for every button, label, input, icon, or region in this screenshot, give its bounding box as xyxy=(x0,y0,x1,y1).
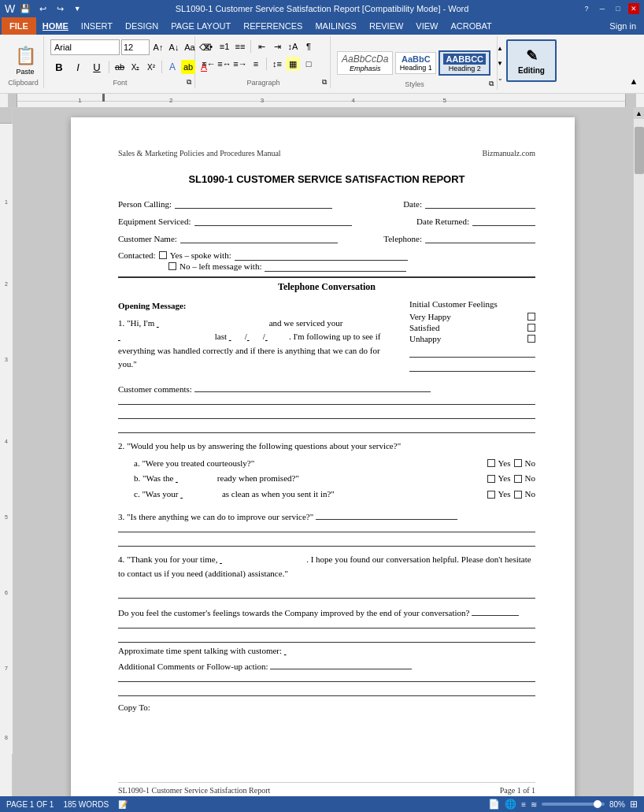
multilevel-btn[interactable]: ≡≡ xyxy=(233,39,247,54)
font-expand-btn[interactable]: ⧉ xyxy=(187,78,191,87)
satisfied-checkbox[interactable] xyxy=(527,324,535,332)
review-tab[interactable]: REVIEW xyxy=(363,17,409,35)
minimize-btn[interactable]: ─ xyxy=(597,3,608,14)
strikethrough-btn[interactable]: ab xyxy=(113,60,127,74)
sub-question-b: b. "Was the ready when promised?" Yes No xyxy=(134,472,535,486)
subscript-btn[interactable]: X₂ xyxy=(128,60,142,74)
q3-line xyxy=(316,509,457,520)
font-name-input[interactable] xyxy=(50,39,120,55)
home-tab[interactable]: HOME xyxy=(36,17,75,35)
sign-in[interactable]: Sign in xyxy=(603,17,642,35)
editing-btn[interactable]: ✎ Editing xyxy=(506,39,557,82)
approximate-time-section: Approximate time spent talking with cust… xyxy=(118,646,535,655)
view-web-btn[interactable]: 🌐 xyxy=(505,799,516,810)
paste-button[interactable]: 📋 Paste xyxy=(8,38,43,83)
quick-save[interactable]: 💾 xyxy=(18,2,32,16)
no-a-checkbox[interactable] xyxy=(514,459,522,467)
references-tab[interactable]: REFERENCES xyxy=(237,17,309,35)
scrollbar-right[interactable]: ▲ ▼ xyxy=(633,108,644,812)
zoom-thumb[interactable] xyxy=(594,800,601,808)
superscript-btn[interactable]: X² xyxy=(144,60,158,74)
font-size-input[interactable] xyxy=(121,39,150,55)
sort-btn[interactable]: ↕A xyxy=(286,39,300,54)
doc-page[interactable]: Sales & Marketing Policies and Procedure… xyxy=(71,117,575,810)
line-spacing-btn[interactable]: ↕≡ xyxy=(270,57,284,71)
quick-undo[interactable]: ↩ xyxy=(35,2,50,16)
text-effects-btn[interactable]: A xyxy=(165,60,180,74)
no-c-checkbox[interactable] xyxy=(514,491,522,499)
bullets-btn[interactable]: ≡• xyxy=(202,39,216,54)
align-center-btn[interactable]: ≡↔ xyxy=(217,57,231,71)
shading-btn[interactable]: ▦ xyxy=(286,57,300,71)
borders-btn[interactable]: □ xyxy=(302,57,316,71)
file-menu[interactable]: FILE xyxy=(2,17,36,35)
italic-btn[interactable]: I xyxy=(69,58,87,76)
no-b-checkbox[interactable] xyxy=(514,475,522,483)
improved-feelings-section: Do you feel the customer's feelings towa… xyxy=(118,605,535,643)
view-print-btn[interactable]: 📄 xyxy=(488,799,500,810)
emphasis-style-card[interactable]: AaBbCcDa Emphasis xyxy=(337,51,393,75)
heading1-style-card[interactable]: AaBbC Heading 1 xyxy=(395,52,436,74)
paragraph-expand-btn[interactable]: ⧉ xyxy=(322,78,327,87)
mailings-tab[interactable]: MAILINGS xyxy=(309,17,363,35)
page-layout-tab[interactable]: PAGE LAYOUT xyxy=(165,17,237,35)
numbering-btn[interactable]: ≡1 xyxy=(217,39,231,54)
doc-container[interactable]: Sales & Marketing Policies and Procedure… xyxy=(13,108,633,812)
view-outline-btn[interactable]: ≡ xyxy=(521,800,526,809)
decrease-indent-btn[interactable]: ⇤ xyxy=(254,39,268,54)
bold-btn[interactable]: B xyxy=(50,58,68,76)
highlight-btn[interactable]: ab xyxy=(181,60,195,74)
no-b-label: No xyxy=(525,472,535,486)
design-tab[interactable]: DESIGN xyxy=(119,17,165,35)
scroll-thumb[interactable] xyxy=(635,127,644,174)
yes-b-checkbox[interactable] xyxy=(487,475,495,483)
yes-checkbox[interactable] xyxy=(159,251,167,259)
help-icon[interactable]: ? xyxy=(581,3,592,14)
sub-b-text: b. "Was the ready when promised?" xyxy=(134,472,299,486)
additional-comments-section: Additional Comments or Follow-up action: xyxy=(118,658,535,682)
no-a-label: No xyxy=(525,457,535,471)
customer-name-field: Customer Name: xyxy=(118,232,338,243)
styles-expand-btn[interactable]: ⧉ xyxy=(489,80,494,88)
date-label: Date: xyxy=(403,199,422,209)
view-draft-btn[interactable]: ≋ xyxy=(531,800,537,809)
proofing-icon[interactable]: 📝 xyxy=(118,800,128,809)
styles-group: AaBbCcDa Emphasis AaBbC Heading 1 AABBCC… xyxy=(332,36,498,90)
telephone-field: Telephone: xyxy=(383,232,535,243)
yes-c-checkbox[interactable] xyxy=(487,491,495,499)
heading1-preview: AaBbC xyxy=(399,54,432,64)
grow-font-btn[interactable]: A↑ xyxy=(151,40,165,54)
restore-btn[interactable]: □ xyxy=(613,3,624,14)
copy-to-label: Copy To: xyxy=(118,703,150,712)
date-line xyxy=(425,198,535,209)
align-right-btn[interactable]: ≡→ xyxy=(233,57,247,71)
feelings-line-1 xyxy=(409,347,535,358)
fit-page-btn[interactable]: ⊞ xyxy=(630,799,638,810)
scroll-track[interactable] xyxy=(634,119,644,809)
increase-indent-btn[interactable]: ⇥ xyxy=(270,39,284,54)
customer-name-label: Customer Name: xyxy=(118,234,177,243)
ribbon-collapse-btn[interactable]: ▲ xyxy=(627,74,641,88)
customize-access[interactable]: ▼ xyxy=(70,2,84,16)
very-happy-checkbox[interactable] xyxy=(527,313,535,321)
view-tab[interactable]: VIEW xyxy=(409,17,444,35)
align-left-btn[interactable]: ≡← xyxy=(202,57,216,71)
person-calling-line xyxy=(175,198,332,209)
insert-tab[interactable]: INSERT xyxy=(75,17,119,35)
show-marks-btn[interactable]: ¶ xyxy=(302,39,316,54)
change-case-btn[interactable]: Aa xyxy=(183,40,197,54)
justify-btn[interactable]: ≡ xyxy=(249,57,263,71)
quick-redo[interactable]: ↪ xyxy=(53,2,67,16)
unhappy-checkbox[interactable] xyxy=(527,335,535,343)
no-checkbox[interactable] xyxy=(168,262,176,270)
shrink-font-btn[interactable]: A↓ xyxy=(167,40,181,54)
ruler: 1 2 3 4 5 xyxy=(0,94,644,108)
heading2-style-card[interactable]: AABBCC Heading 2 xyxy=(439,50,490,76)
close-btn[interactable]: ✕ xyxy=(628,3,639,14)
zoom-slider[interactable] xyxy=(542,803,605,806)
underline-btn[interactable]: U xyxy=(88,58,105,76)
acrobat-tab[interactable]: ACROBAT xyxy=(444,17,498,35)
yes-a-checkbox[interactable] xyxy=(487,459,495,467)
clipboard-label: Clipboard xyxy=(3,79,43,87)
scroll-up-btn[interactable]: ▲ xyxy=(634,108,644,119)
